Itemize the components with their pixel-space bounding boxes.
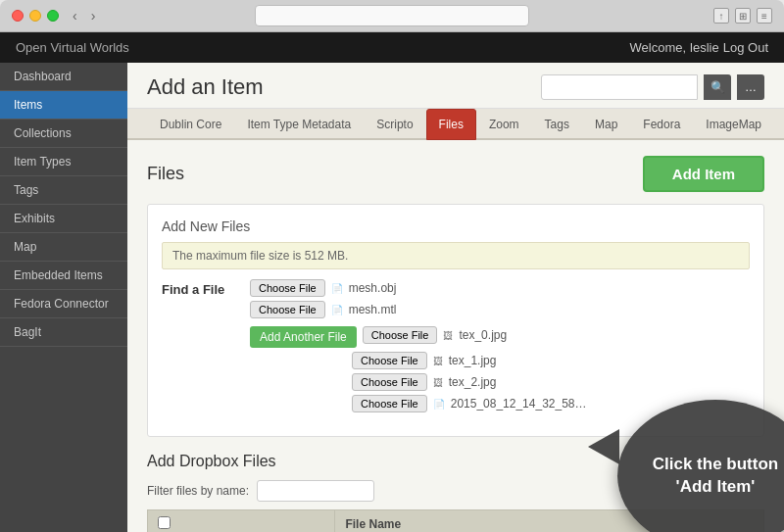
tab-map[interactable]: Map xyxy=(582,109,630,140)
tab-scripto[interactable]: Scripto xyxy=(364,109,425,140)
file-name-3: tex_1.jpg xyxy=(449,354,497,367)
tabs-bar: Dublin Core Item Type Metadata Scripto F… xyxy=(127,109,784,140)
back-button[interactable]: ‹ xyxy=(73,8,77,24)
page-title: Add an Item xyxy=(147,74,264,100)
add-another-file-row: Add Another File Choose File 🖼 tex_0.jpg xyxy=(250,322,750,348)
url-input[interactable]: openvirtualworlds.org xyxy=(255,5,529,26)
tab-item-type-metadata[interactable]: Item Type Metadata xyxy=(234,109,364,140)
sidebar-toggle-icon[interactable]: ≡ xyxy=(757,8,772,24)
file-icon-2: 🖼 xyxy=(443,330,453,341)
choose-file-button-3[interactable]: Choose File xyxy=(352,352,427,369)
tab-files[interactable]: Files xyxy=(426,109,476,140)
content-body: Files Add Item Add New Files The maximum… xyxy=(127,140,784,532)
file-icon-5: 📄 xyxy=(433,399,445,410)
file-name-2: tex_0.jpg xyxy=(459,328,507,342)
window-chrome: ‹ › openvirtualworlds.org ↑ ⊞ ≡ xyxy=(0,0,784,32)
file-icon-0: 📄 xyxy=(331,283,343,294)
sidebar-item-exhibits[interactable]: Exhibits xyxy=(0,205,127,233)
table-header-checkbox xyxy=(148,510,335,533)
filter-row: Filter files by name: xyxy=(147,480,764,502)
max-size-notice: The maximum file size is 512 MB. xyxy=(162,242,750,269)
file-row: Choose File 📄 mesh.obj xyxy=(250,279,750,297)
file-name-0: mesh.obj xyxy=(349,281,397,295)
sidebar-item-dashboard[interactable]: Dashboard xyxy=(0,63,127,91)
file-row: Choose File 📄 mesh.mtl xyxy=(250,301,750,318)
content-area: Add an Item 🔍 … Dublin Core Item Type Me… xyxy=(127,63,784,532)
file-icon-1: 📄 xyxy=(331,305,343,315)
sidebar-item-bagit[interactable]: BagIt xyxy=(0,318,127,347)
sidebar-item-map[interactable]: Map xyxy=(0,233,127,262)
options-button[interactable]: … xyxy=(737,74,764,100)
file-row: Choose File 🖼 tex_2.jpg xyxy=(250,373,750,391)
sidebar-item-collections[interactable]: Collections xyxy=(0,120,127,148)
table-header-filename: File Name xyxy=(335,510,764,533)
file-name-4: tex_2.jpg xyxy=(449,375,497,389)
tab-tags[interactable]: Tags xyxy=(532,109,582,140)
dropbox-title: Add Dropbox Files xyxy=(147,453,764,470)
forward-button[interactable]: › xyxy=(91,8,96,24)
address-bar: openvirtualworlds.org xyxy=(255,5,529,26)
table-header-row: File Name xyxy=(148,510,764,533)
sidebar-item-embedded-items[interactable]: Embedded Items xyxy=(0,262,127,290)
dropbox-section: Add Dropbox Files Filter files by name: … xyxy=(147,453,764,532)
sidebar-item-item-types[interactable]: Item Types xyxy=(0,148,127,176)
minimize-button[interactable] xyxy=(29,10,41,22)
maximize-button[interactable] xyxy=(47,10,59,22)
file-rows: Choose File 📄 mesh.obj Choose File 📄 mes… xyxy=(250,279,750,416)
search-button[interactable]: 🔍 xyxy=(704,74,731,100)
choose-file-button-2[interactable]: Choose File xyxy=(363,326,438,344)
close-button[interactable] xyxy=(12,10,24,22)
share-icon[interactable]: ↑ xyxy=(713,8,729,24)
files-section-heading: Files Add Item xyxy=(147,156,764,192)
file-name-5: 2015_08_12_14_32_58… xyxy=(451,397,587,411)
add-item-button[interactable]: Add Item xyxy=(643,156,764,192)
username: leslie xyxy=(690,40,719,55)
file-icon-3: 🖼 xyxy=(433,356,443,366)
file-row: Choose File 📄 2015_08_12_14_32_58… xyxy=(250,395,750,412)
choose-file-button-5[interactable]: Choose File xyxy=(352,395,427,412)
welcome-text: Welcome, xyxy=(630,40,687,55)
choose-file-button-4[interactable]: Choose File xyxy=(352,373,427,391)
files-wrapper: Add New Files The maximum file size is 5… xyxy=(147,204,764,437)
app-header: Open Virtual Worlds Welcome, leslie Log … xyxy=(0,32,784,63)
files-label: Files xyxy=(147,164,184,184)
find-file-label: Find a File xyxy=(162,282,240,297)
header-user-area: Welcome, leslie Log Out xyxy=(630,40,768,55)
header-search-area: 🔍 … xyxy=(541,74,764,100)
add-new-files-title: Add New Files xyxy=(162,218,750,234)
sidebar-item-fedora-connector[interactable]: Fedora Connector xyxy=(0,290,127,318)
select-all-checkbox[interactable] xyxy=(158,516,171,529)
filter-input[interactable] xyxy=(257,480,374,502)
tab-imagemap[interactable]: ImageMap xyxy=(693,109,774,140)
files-box: Add New Files The maximum file size is 5… xyxy=(147,204,764,437)
page-header: Add an Item 🔍 … xyxy=(127,63,784,109)
dropbox-table: File Name 1a.jpg 2.png xyxy=(147,509,764,532)
choose-file-button-1[interactable]: Choose File xyxy=(250,301,325,318)
filter-label: Filter files by name: xyxy=(147,484,249,498)
app-title: Open Virtual Worlds xyxy=(16,40,129,55)
add-another-file-button[interactable]: Add Another File xyxy=(250,326,357,348)
search-input[interactable] xyxy=(541,74,698,100)
tab-zoom[interactable]: Zoom xyxy=(476,109,532,140)
file-row: Choose File 🖼 tex_1.jpg xyxy=(250,352,750,369)
sidebar: Dashboard Items Collections Item Types T… xyxy=(0,63,127,532)
sidebar-item-items[interactable]: Items xyxy=(0,91,127,120)
file-icon-4: 🖼 xyxy=(433,377,443,388)
file-name-1: mesh.mtl xyxy=(349,303,397,316)
tab-fedora[interactable]: Fedora xyxy=(630,109,693,140)
sidebar-item-tags[interactable]: Tags xyxy=(0,176,127,205)
logout-link[interactable]: Log Out xyxy=(723,40,768,55)
main-layout: Dashboard Items Collections Item Types T… xyxy=(0,63,784,532)
tab-dublin-core[interactable]: Dublin Core xyxy=(147,109,234,140)
find-file-row: Find a File Choose File 📄 mesh.obj Choos… xyxy=(162,279,750,416)
new-tab-icon[interactable]: ⊞ xyxy=(735,8,751,24)
choose-file-button-0[interactable]: Choose File xyxy=(250,279,325,297)
